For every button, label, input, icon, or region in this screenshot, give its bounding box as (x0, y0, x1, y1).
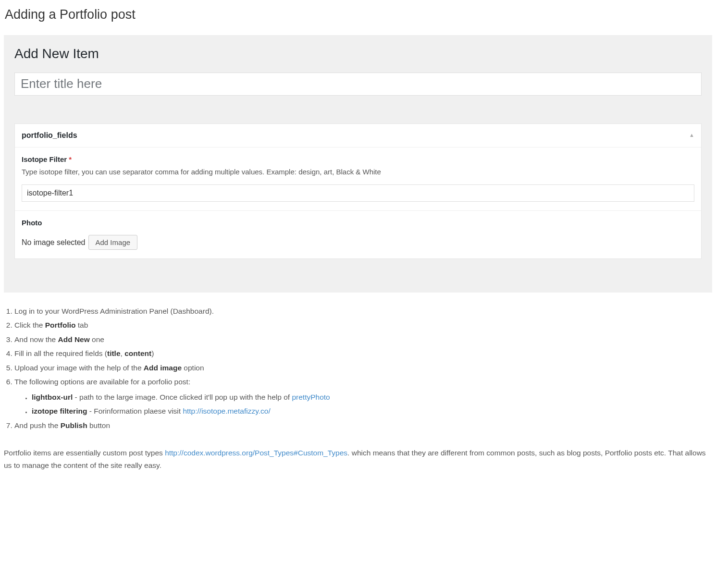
admin-screenshot-panel: Add New Item portfolio_fields ▲ Isotope … (4, 35, 712, 293)
closing-paragraph: Portfolio items are essentially custom p… (4, 447, 712, 472)
isotope-filter-input[interactable] (22, 184, 694, 202)
substep-isotope: izotope filtering - Forinformation plaes… (32, 404, 712, 418)
collapse-triangle-icon[interactable]: ▲ (689, 131, 694, 139)
add-image-button[interactable]: Add Image (88, 235, 138, 250)
required-asterisk: * (69, 155, 72, 163)
step-6: The following options are available for … (14, 375, 712, 418)
step-1: Log in to your WordPress Administration … (14, 304, 712, 318)
page-title: Adding a Portfolio post (4, 5, 712, 24)
metabox-title: portfolio_fields (22, 130, 77, 141)
step-2: Click the Portfolio tab (14, 318, 712, 332)
isotope-filter-field: Isotope Filter * Type isotope filter, yo… (15, 147, 701, 210)
post-title-input[interactable] (14, 73, 702, 96)
codex-link[interactable]: http://codex.wordpress.org/Post_Types#Cu… (165, 449, 347, 457)
panel-heading: Add New Item (14, 44, 702, 64)
metabox-header[interactable]: portfolio_fields ▲ (15, 124, 701, 147)
instructions: Log in to your WordPress Administration … (4, 304, 712, 432)
prettyphoto-link[interactable]: prettyPhoto (292, 393, 330, 401)
photo-field: Photo No image selected Add Image (15, 210, 701, 259)
photo-label: Photo (22, 218, 694, 229)
metabox-body: Isotope Filter * Type isotope filter, yo… (15, 147, 701, 259)
step-4: Fill in all the required fields (title, … (14, 346, 712, 360)
step-5: Upload your image with the help of the A… (14, 361, 712, 375)
isotope-filter-help: Type isotope filter, you can use separat… (22, 167, 694, 178)
isotope-filter-label: Isotope Filter (22, 155, 67, 163)
step-3: And now the Add New one (14, 332, 712, 346)
no-image-text: No image selected (22, 237, 86, 248)
portfolio-fields-metabox: portfolio_fields ▲ Isotope Filter * Type… (14, 123, 702, 259)
substep-lightbox: lightbox-url - path to the large image. … (32, 390, 712, 404)
isotope-link[interactable]: http://isotope.metafizzy.co/ (183, 407, 270, 415)
step-7: And push the Publish button (14, 418, 712, 432)
